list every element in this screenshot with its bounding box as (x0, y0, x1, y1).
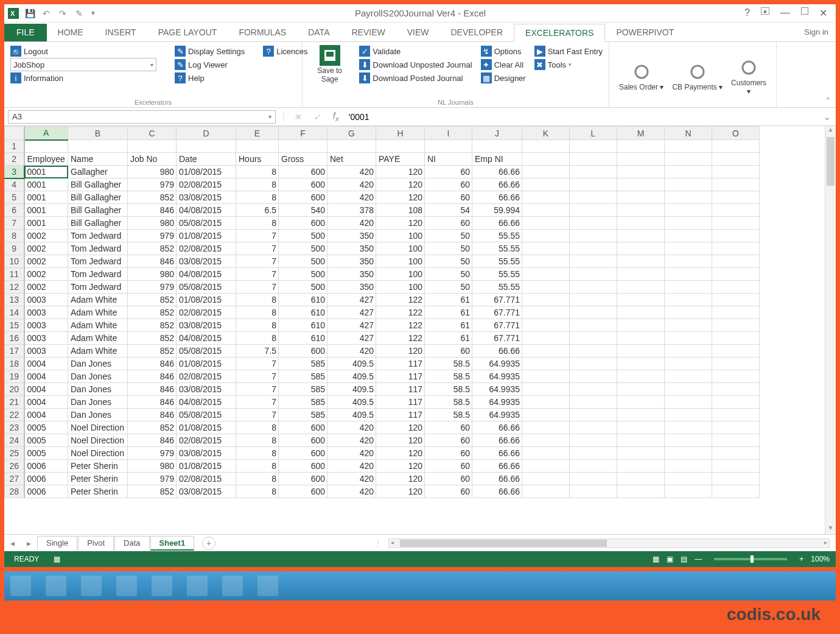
cell[interactable]: 60 (425, 421, 472, 434)
cell[interactable] (522, 409, 570, 421)
cell[interactable] (665, 140, 712, 153)
cell[interactable]: 0001 (24, 204, 68, 217)
cell[interactable]: Job No (128, 153, 177, 166)
cell[interactable]: 100 (376, 268, 425, 281)
cell[interactable]: Dan Jones (68, 370, 128, 383)
cell[interactable]: 120 (376, 166, 425, 178)
cell[interactable]: Emp NI (472, 153, 522, 166)
worksheet[interactable]: ABCDEFGHIJKLMNO12EmployeeNameJob NoDateH… (4, 126, 836, 534)
cell[interactable] (522, 281, 570, 294)
row-header[interactable]: 18 (5, 358, 24, 370)
cell[interactable] (712, 447, 760, 460)
name-box[interactable]: A3▾ (8, 110, 276, 124)
cell[interactable] (712, 178, 760, 191)
cell[interactable] (617, 217, 665, 230)
cell[interactable]: 7 (236, 281, 279, 294)
cell[interactable] (665, 230, 712, 242)
cell[interactable] (68, 140, 128, 153)
cell[interactable] (617, 319, 665, 332)
cell[interactable]: 64.9935 (472, 358, 522, 370)
cell[interactable]: 852 (128, 306, 177, 319)
cell[interactable]: 8 (236, 460, 279, 473)
cell[interactable] (522, 178, 570, 191)
tab-nav-prev-icon[interactable]: ◂ (4, 538, 21, 548)
col-header[interactable]: B (68, 127, 128, 140)
cell[interactable]: 8 (236, 485, 279, 498)
cell[interactable]: 61 (425, 294, 472, 306)
cell[interactable]: Tom Jedward (68, 255, 128, 268)
cell[interactable]: 610 (279, 319, 327, 332)
cell[interactable] (522, 217, 570, 230)
cell[interactable]: 67.771 (472, 332, 522, 345)
cell[interactable] (327, 140, 376, 153)
col-header[interactable]: M (617, 127, 665, 140)
cell[interactable]: 7 (236, 268, 279, 281)
cell[interactable] (570, 191, 617, 204)
cell[interactable]: 0003 (24, 345, 68, 358)
cell[interactable] (665, 473, 712, 485)
cell[interactable]: 600 (279, 485, 327, 498)
cell[interactable] (570, 319, 617, 332)
ribbon-tab-page-layout[interactable]: PAGE LAYOUT (147, 24, 228, 41)
cell[interactable] (617, 473, 665, 485)
cell[interactable]: 585 (279, 383, 327, 396)
cell[interactable] (665, 306, 712, 319)
taskbar-app-icon[interactable] (81, 576, 102, 596)
cell[interactable] (570, 306, 617, 319)
cell[interactable]: 02/08/2015 (177, 434, 236, 447)
col-header[interactable]: O (712, 127, 760, 140)
cell[interactable] (522, 447, 570, 460)
cell[interactable]: 500 (279, 268, 327, 281)
normal-view-icon[interactable]: ▦ (653, 555, 659, 563)
cell[interactable] (522, 370, 570, 383)
cell[interactable]: 980 (128, 217, 177, 230)
cell[interactable]: 0001 (24, 166, 68, 178)
cell[interactable]: 610 (279, 294, 327, 306)
cell[interactable]: 350 (327, 230, 376, 242)
col-header[interactable]: G (327, 127, 376, 140)
cancel-icon[interactable]: ✕ (288, 112, 307, 122)
cell[interactable] (522, 153, 570, 166)
row-header[interactable]: 7 (5, 217, 24, 230)
cell[interactable] (665, 485, 712, 498)
cell[interactable]: 585 (279, 370, 327, 383)
cell[interactable]: 120 (376, 473, 425, 485)
cell[interactable] (570, 217, 617, 230)
cell[interactable] (570, 434, 617, 447)
help-icon[interactable]: ? (744, 7, 750, 19)
cell[interactable]: Noel Direction (68, 421, 128, 434)
cell[interactable]: 60 (425, 217, 472, 230)
cell[interactable]: 846 (128, 255, 177, 268)
cell[interactable] (522, 485, 570, 498)
cell[interactable] (617, 396, 665, 409)
cell[interactable]: 500 (279, 242, 327, 255)
cell[interactable] (665, 358, 712, 370)
taskbar-app-icon[interactable] (116, 576, 137, 596)
cell[interactable] (570, 204, 617, 217)
col-header[interactable]: H (376, 127, 425, 140)
cell[interactable]: 66.66 (472, 421, 522, 434)
cell[interactable] (472, 140, 522, 153)
cell[interactable] (617, 421, 665, 434)
cell[interactable] (522, 255, 570, 268)
row-header[interactable]: 23 (5, 421, 24, 434)
cell[interactable]: 0005 (24, 434, 68, 447)
cell[interactable]: 0002 (24, 230, 68, 242)
cell[interactable]: 427 (327, 294, 376, 306)
cell[interactable]: Bill Gallagher (68, 204, 128, 217)
cell[interactable]: 100 (376, 230, 425, 242)
cell[interactable] (522, 421, 570, 434)
cell[interactable] (570, 447, 617, 460)
cell[interactable]: 117 (376, 409, 425, 421)
cell[interactable]: 852 (128, 294, 177, 306)
cell[interactable]: 427 (327, 332, 376, 345)
cell[interactable] (712, 370, 760, 383)
cell[interactable]: 610 (279, 306, 327, 319)
cell[interactable]: Tom Jedward (68, 230, 128, 242)
cell[interactable] (617, 191, 665, 204)
cell[interactable] (712, 421, 760, 434)
cell[interactable] (617, 306, 665, 319)
cell[interactable]: 7 (236, 370, 279, 383)
cell[interactable] (617, 153, 665, 166)
cell[interactable] (617, 268, 665, 281)
